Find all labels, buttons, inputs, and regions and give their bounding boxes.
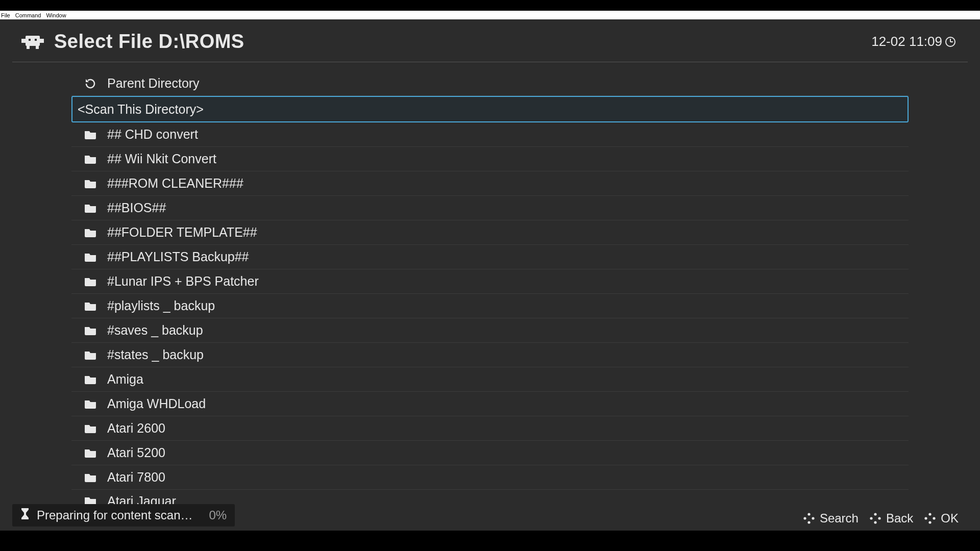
list-item[interactable]: Atari 2600 xyxy=(71,416,909,441)
svg-point-16 xyxy=(929,521,932,523)
list-item-label: ## Wii Nkit Convert xyxy=(107,152,216,166)
retroarch-file-browser: Select File D:\ROMS 12-02 11:09 Parent D… xyxy=(0,19,980,531)
folder-icon xyxy=(83,448,98,458)
folder-icon xyxy=(83,424,98,433)
svg-point-18 xyxy=(933,517,936,519)
folder-icon xyxy=(83,155,98,164)
retroarch-logo-icon xyxy=(21,34,44,50)
list-item[interactable]: ##PLAYLISTS Backup## xyxy=(71,245,909,269)
list-item-label: ###ROM CLEANER### xyxy=(107,176,243,191)
list-item[interactable]: ## Wii Nkit Convert xyxy=(71,147,909,171)
dpad-icon xyxy=(803,513,815,524)
svg-rect-0 xyxy=(21,39,26,43)
svg-point-8 xyxy=(807,521,810,523)
folder-icon xyxy=(83,179,98,188)
list-item[interactable]: Atari 7800 xyxy=(71,465,909,490)
clock-time: 12-02 11:09 xyxy=(871,34,942,49)
list-item-label: Amiga xyxy=(107,372,143,387)
list-item[interactable]: Atari 5200 xyxy=(71,441,909,465)
folder-icon xyxy=(83,204,98,213)
svg-rect-1 xyxy=(40,39,44,43)
dpad-icon xyxy=(924,513,936,524)
dpad-icon xyxy=(870,513,881,524)
folder-icon xyxy=(83,350,98,360)
svg-point-17 xyxy=(925,517,927,519)
header: Select File D:\ROMS 12-02 11:09 xyxy=(0,19,980,62)
svg-point-11 xyxy=(874,513,876,515)
page-title: Select File D:\ROMS xyxy=(54,31,871,53)
list-item-label: #states _ backup xyxy=(107,347,204,362)
list-item[interactable]: ##BIOS## xyxy=(71,196,909,220)
hint-label: Search xyxy=(820,511,859,525)
os-menubar[interactable]: File Command Window xyxy=(0,11,980,19)
folder-icon xyxy=(83,228,98,237)
hint-search[interactable]: Search xyxy=(803,511,859,525)
list-item-label: Amiga WHDLoad xyxy=(107,396,206,411)
scan-this-directory-item[interactable]: <Scan This Directory> xyxy=(71,96,909,122)
folder-icon xyxy=(83,130,98,139)
svg-point-14 xyxy=(878,517,880,519)
menu-file[interactable]: File xyxy=(1,12,10,18)
clock-icon xyxy=(945,37,955,47)
hourglass-icon xyxy=(20,508,30,522)
folder-icon xyxy=(83,253,98,262)
list-item[interactable]: #playlists _ backup xyxy=(71,294,909,318)
hint-back[interactable]: Back xyxy=(870,511,913,525)
list-item[interactable]: #states _ backup xyxy=(71,343,909,367)
list-item-label: #saves _ backup xyxy=(107,323,203,338)
folder-icon xyxy=(83,375,98,384)
menu-command[interactable]: Command xyxy=(15,12,41,18)
list-item-label: #Lunar IPS + BPS Patcher xyxy=(107,274,259,289)
footer-hints: Search Back OK xyxy=(803,511,959,525)
svg-rect-6 xyxy=(36,46,39,49)
list-item[interactable]: #Lunar IPS + BPS Patcher xyxy=(71,269,909,294)
hint-label: Back xyxy=(886,511,913,525)
list-item-label: Atari 5200 xyxy=(107,445,165,460)
svg-point-10 xyxy=(812,517,814,519)
parent-directory-item[interactable]: Parent Directory xyxy=(71,71,909,96)
list-item-label: Parent Directory xyxy=(107,76,200,91)
list-item-label: ##PLAYLISTS Backup## xyxy=(107,249,249,264)
svg-rect-4 xyxy=(35,39,37,41)
svg-point-13 xyxy=(870,517,872,519)
list-item-label: ## CHD convert xyxy=(107,127,198,142)
list-item-label: <Scan This Directory> xyxy=(78,102,204,117)
svg-point-9 xyxy=(803,517,806,519)
list-item[interactable]: ##FOLDER TEMPLATE## xyxy=(71,220,909,245)
svg-rect-5 xyxy=(27,46,30,49)
folder-icon xyxy=(83,473,98,482)
folder-icon xyxy=(83,326,98,335)
list-item[interactable]: ## CHD convert xyxy=(71,122,909,147)
list-item-label: Atari 2600 xyxy=(107,421,165,436)
svg-point-7 xyxy=(807,513,810,515)
svg-point-12 xyxy=(874,521,876,523)
list-item[interactable]: #saves _ backup xyxy=(71,318,909,343)
clock: 12-02 11:09 xyxy=(871,34,955,49)
folder-icon xyxy=(83,277,98,286)
list-item[interactable]: Amiga xyxy=(71,367,909,392)
list-item-label: #playlists _ backup xyxy=(107,298,215,313)
folder-icon xyxy=(83,399,98,409)
list-item[interactable]: Amiga WHDLoad xyxy=(71,392,909,416)
header-divider xyxy=(12,62,968,62)
menu-window[interactable]: Window xyxy=(46,12,66,18)
hint-label: OK xyxy=(941,511,959,525)
folder-icon xyxy=(83,302,98,311)
status-text: Preparing for content scan… xyxy=(37,508,193,522)
list-item-label: Atari 7800 xyxy=(107,470,165,485)
svg-rect-3 xyxy=(29,39,31,41)
list-item-label: ##BIOS## xyxy=(107,201,166,215)
status-percent: 0% xyxy=(209,508,227,522)
hint-ok[interactable]: OK xyxy=(924,511,959,525)
file-list[interactable]: Parent Directory <Scan This Directory> #… xyxy=(71,71,909,512)
list-item-label: ##FOLDER TEMPLATE## xyxy=(107,225,257,240)
list-item[interactable]: ###ROM CLEANER### xyxy=(71,171,909,196)
back-arrow-icon xyxy=(83,78,98,90)
status-toast: Preparing for content scan… 0% xyxy=(12,504,235,527)
svg-rect-2 xyxy=(26,36,40,46)
svg-point-15 xyxy=(929,513,932,515)
